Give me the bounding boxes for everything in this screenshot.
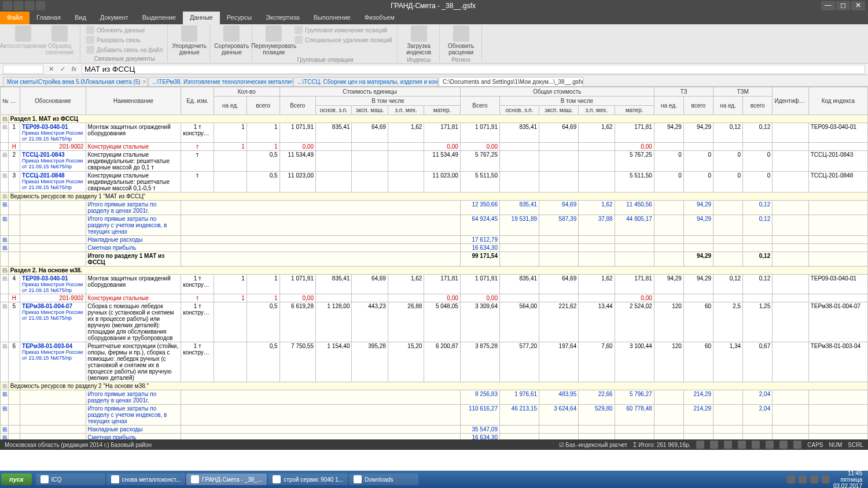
- link-icon: [86, 46, 94, 54]
- doc-tab-0[interactable]: Мои сметы\Стройка века 5.0\Локальная сме…: [3, 77, 148, 86]
- col-ident[interactable]: Идентификатор: [773, 87, 808, 115]
- summary-row: ⊞ Сметная прибыль 16 634,30: [1, 244, 868, 252]
- section-header: ⊟Раздел 1. МАТ из ФССЦ: [1, 115, 868, 123]
- btn-sample: Образец селочение: [42, 25, 77, 56]
- view-icon-3[interactable]: [724, 441, 732, 449]
- subsection-header: ⊞Ведомость ресурсов по разделу 1 "МАТ из…: [1, 193, 868, 201]
- maximize-button[interactable]: ◻: [836, 1, 850, 10]
- table-row: ⊞ 6ТЕРм38-01-003-04Приказ Минстроя Росси…: [1, 342, 868, 382]
- fx-icon[interactable]: fx: [70, 65, 78, 73]
- tab-data[interactable]: Данные: [183, 12, 220, 24]
- clock[interactable]: 11:45пятница03.02.2017: [833, 470, 862, 489]
- doc-tab-1[interactable]: ...\ТЕРм38. Изготовление технологических…: [148, 77, 293, 86]
- col-tzm[interactable]: ТЗМ: [713, 87, 773, 97]
- qat-redo-icon[interactable]: [25, 1, 34, 10]
- qat-print-icon[interactable]: [36, 1, 45, 10]
- tab-resources[interactable]: Ресурсы: [220, 12, 259, 24]
- summary-row: ⊞ Сметная прибыль 16 634,30: [1, 434, 868, 440]
- btn-special-delete[interactable]: Специальное удаление позиций: [293, 35, 393, 45]
- cell-address-input[interactable]: [3, 65, 43, 74]
- tray-icon[interactable]: [810, 475, 818, 483]
- col-tz[interactable]: ТЗ: [654, 87, 713, 97]
- col-naim[interactable]: Наименование: [86, 87, 181, 115]
- table-row: ⊞ 2ТССЦ-201-0843Приказ Минстроя России о…: [1, 151, 868, 172]
- table-row: ⊞ 1ТЕР09-03-040-01Приказ Минстроя России…: [1, 123, 868, 143]
- task-browser[interactable]: снова металлоконст...: [106, 474, 185, 485]
- icq-icon: [41, 475, 49, 483]
- grid-container[interactable]: № п.п Обоснование Наименование Ед. изм. …: [0, 87, 868, 439]
- qat-save-icon[interactable]: [3, 1, 12, 10]
- btn-order-data[interactable]: Упорядочить данные: [172, 25, 207, 56]
- cancel-icon[interactable]: ✕: [47, 65, 55, 73]
- col-obosn[interactable]: Обоснование: [20, 87, 86, 115]
- tab-view[interactable]: Вид: [68, 12, 93, 24]
- tab-main[interactable]: Главная: [30, 12, 68, 24]
- titlebar: ГРАНД-Смета - _38__.gsfx — ◻ ✕: [0, 0, 868, 12]
- group-linked-docs: Связанные документы: [84, 54, 164, 62]
- col-kod[interactable]: Код индекса: [808, 87, 867, 115]
- btn-renumber[interactable]: Перенумеровать позиции: [256, 25, 291, 56]
- tray-icon[interactable]: [799, 475, 807, 483]
- tab-file[interactable]: Файл: [0, 12, 30, 24]
- estimate-grid[interactable]: № п.п Обоснование Наименование Ед. изм. …: [0, 87, 868, 439]
- group-region: Регион: [444, 56, 479, 63]
- group-indexes: Индексы: [402, 56, 436, 63]
- view-icon-1[interactable]: [696, 441, 704, 449]
- doc-tab-3[interactable]: C:\Documents and Settings\1\Мои докум...…: [439, 77, 583, 86]
- view-icon-5[interactable]: [752, 441, 760, 449]
- task-grandsmeta[interactable]: ГРАНД-Смета - _38_...: [186, 474, 267, 485]
- table-row: ⊞ 3ТССЦ-201-0848Приказ Минстроя России о…: [1, 172, 868, 193]
- tab-expertise[interactable]: Экспертиза: [259, 12, 307, 24]
- col-kolvo[interactable]: Кол-во: [214, 87, 280, 97]
- col-num[interactable]: № п.п: [1, 87, 20, 115]
- minimize-button[interactable]: —: [821, 1, 835, 10]
- folder-icon: [273, 475, 281, 483]
- btn-update-prices[interactable]: Обновить расценки: [444, 25, 479, 56]
- formula-input[interactable]: [82, 65, 865, 74]
- table-row: Н201-9002Конструкции стальныет 110,000,0…: [1, 294, 868, 302]
- btn-load-indexes[interactable]: Загрузка индексов: [402, 25, 436, 56]
- btn-group-change[interactable]: Групповое изменение позиций: [293, 25, 393, 35]
- accept-icon[interactable]: ✓: [58, 65, 67, 73]
- subsection-header: ⊞Ведомость ресурсов по разделу 2 "На осн…: [1, 382, 868, 390]
- qat-undo-icon[interactable]: [14, 1, 23, 10]
- doc-tab-2[interactable]: ...\ТССЦ. Сборник цен на материалы, изде…: [293, 77, 438, 86]
- btn-add-link[interactable]: Добавить связь на файл: [84, 45, 164, 54]
- tab-selection[interactable]: Выделение: [135, 12, 183, 24]
- close-icon[interactable]: ×: [143, 79, 146, 85]
- view-icon-4[interactable]: [738, 441, 746, 449]
- view-icon-2[interactable]: [710, 441, 718, 449]
- tray-icon[interactable]: [822, 475, 830, 483]
- close-button[interactable]: ✕: [851, 1, 865, 10]
- tab-document[interactable]: Документ: [93, 12, 135, 24]
- col-stoim[interactable]: Стоимость единицы: [279, 87, 460, 97]
- refresh-prices-icon: [453, 25, 469, 42]
- view-icon-8[interactable]: [793, 441, 801, 449]
- col-ed[interactable]: Ед. изм.: [181, 87, 214, 115]
- ribbon-tabs: Файл Главная Вид Документ Выделение Данн…: [0, 12, 868, 24]
- col-obsh[interactable]: Общая стоимость: [460, 87, 654, 97]
- ribbon-body: Автосоставление Образец селочение Обнови…: [0, 24, 868, 64]
- tab-fizobem[interactable]: Физобъем: [358, 12, 402, 24]
- btn-autocompose: Автосоставление: [6, 25, 41, 49]
- group-group-ops: Групповые операции: [256, 56, 393, 63]
- btn-break-link[interactable]: Разорвать связь: [84, 35, 164, 45]
- status-scrl: SCRL: [848, 442, 863, 448]
- summary-row: ⊞ Накладные расходы 17 612,79: [1, 236, 868, 244]
- btn-sort-data[interactable]: Сортировать данные: [214, 25, 249, 56]
- folder-icon: [354, 475, 362, 483]
- tab-execution[interactable]: Выполнение: [307, 12, 358, 24]
- index-icon: [411, 25, 427, 42]
- taskbar: пуск ICQ снова металлоконст... ГРАНД-Сме…: [0, 471, 868, 488]
- start-button[interactable]: пуск: [1, 474, 32, 485]
- table-row: Н201-9002Конструкции стальныет 110,000,0…: [1, 143, 868, 151]
- view-icon-7[interactable]: [779, 441, 788, 449]
- btn-refresh-data[interactable]: Обновить данные: [84, 25, 164, 35]
- system-tray[interactable]: 11:45пятница03.02.2017: [782, 470, 867, 489]
- tray-icon[interactable]: [787, 475, 795, 483]
- task-icq[interactable]: ICQ: [36, 474, 105, 485]
- table-row: ⊞ 4ТЕР09-03-040-01Приказ Минстроя России…: [1, 275, 868, 294]
- view-icon-6[interactable]: [766, 441, 774, 449]
- task-stroyservis[interactable]: строй сервис 9040 1...: [268, 474, 348, 485]
- task-downloads[interactable]: Downloads: [349, 474, 418, 485]
